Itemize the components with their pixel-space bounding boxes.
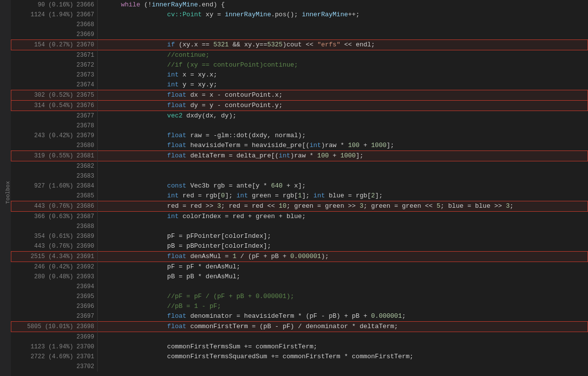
code-token: 0.000001 [291,253,321,260]
coverage-cell [11,191,75,201]
coverage-cell [11,70,75,80]
code-token: cv::Point [167,11,202,18]
code-cell [98,222,588,231]
code-token: int [167,192,179,199]
linenum-cell: 23673 [75,70,98,80]
coverage-cell [11,362,75,372]
table-row: 23695 //pF = pF / (pF + pB + 0.000001); [11,292,588,301]
coverage-cell [11,301,75,311]
code-token: //if (xy == contourPoint)continue; [167,61,298,69]
linenum-cell: 23670 [75,40,98,50]
code-token: int [279,152,290,159]
linenum-cell: 23700 [75,342,98,352]
code-token: while [121,1,140,8]
code-token: vec2 [167,112,183,119]
code-token: float [167,91,186,99]
code-token: + x]; [283,182,306,189]
code-cell: float dx = x - contourPoint.x; [98,90,588,101]
code-token: dy = y - contourPoint.y; [186,102,283,109]
table-row: 23682 [11,161,588,172]
table-row: 443 (0.76%)23690 pB = pBPointer[colorInd… [11,241,588,252]
code-token: denominator = heavisideTerm * (pF - pB) … [186,312,371,320]
linenum-cell: 23684 [75,181,98,191]
code-token: )cout << [283,41,317,48]
linenum-cell: 23678 [75,121,98,131]
coverage-cell: 443 (0.76%) [11,201,75,212]
coverage-cell [11,20,75,30]
code-token: ; green = green << [364,202,437,210]
code-token: commonFirstTermsSum += commonFirstTerm; [167,343,317,350]
linenum-cell: 23666 [75,0,98,10]
linenum-cell: 23689 [75,231,98,241]
coverage-cell [11,60,75,70]
code-cell: cv::Point xy = innerRayMine.pos(); inner… [98,10,588,20]
code-cell: pF = pF * denAsMul; [98,262,588,272]
code-cell: float deltaTerm = delta_pre[(int)raw * 1… [98,151,588,161]
code-token [106,142,167,149]
code-token: float [167,253,186,260]
code-cell [98,171,588,181]
code-token: int [167,81,179,88]
table-row: 280 (0.48%)23693 pB = pB * denAsMul; [11,272,588,282]
code-token: 0.000001 [371,312,402,320]
code-token: / (pF + pB + [236,253,290,260]
linenum-cell: 23686 [75,201,98,212]
code-cell: red = red >> 3; red = red << 10; green =… [98,201,588,212]
code-token [106,1,121,8]
coverage-cell: 302 (0.52%) [11,90,75,101]
code-token: 100 [317,152,329,159]
code-token: 3 [217,202,221,210]
code-token [106,192,167,199]
code-token: ]; [356,152,364,159]
linenum-cell: 23671 [75,50,98,61]
code-token: //continue; [167,51,210,59]
linenum-cell: 23698 [75,322,98,332]
code-token [106,11,167,18]
code-token: //pF = pF / (pF + pB + 0.000001); [167,293,294,300]
table-row: 2515 (4.34%)23691 float denAsMul = 1 / (… [11,252,588,262]
code-token [106,112,167,119]
code-token: commonFirstTerm = (pB - pF) / denominato… [186,323,398,330]
linenum-cell: 23675 [75,90,98,101]
code-token [106,353,167,360]
code-token [106,242,167,250]
code-cell: float raw = -glm::dot(dxdy, normal); [98,131,588,141]
code-token [106,293,167,300]
code-token: ; [510,202,514,210]
table-row: 23697 float denominator = heavisideTerm … [11,311,588,322]
coverage-cell [11,30,75,40]
coverage-cell: 1123 (1.94%) [11,342,75,352]
code-cell: //pB = 1 - pF; [98,301,588,311]
code-cell [98,362,588,372]
code-token [106,263,167,270]
linenum-cell: 23687 [75,212,98,222]
code-cell: pB = pB * denAsMul; [98,272,588,282]
table-row: 246 (0.42%)23692 pF = pF * denAsMul; [11,262,588,272]
code-token [106,202,167,210]
linenum-cell: 23696 [75,301,98,311]
table-row: 23671 //continue; [11,50,588,61]
code-token: 1 [298,192,302,199]
coverage-cell: 5805 (10.01%) [11,322,75,332]
coverage-cell [11,80,75,90]
linenum-cell: 23667 [75,10,98,20]
code-cell: float denAsMul = 1 / (pF + pB + 0.000001… [98,252,588,262]
code-cell: float denominator = heavisideTerm * (pF … [98,311,588,322]
table-row: 23672 //if (xy == contourPoint)continue; [11,60,588,70]
coverage-cell [11,311,75,322]
code-token: pB = pBPointer[colorIndex]; [167,242,271,250]
code-token: 640 [271,182,282,189]
table-row: 23694 [11,282,588,292]
code-token [106,302,167,310]
coverage-cell: 2515 (4.34%) [11,252,75,262]
code-token: )raw * [290,152,317,159]
code-token: colorIndex = red + green + blue; [179,213,305,220]
table-row: 1124 (1.94%)23667 cv::Point xy = innerRa… [11,10,588,20]
table-row: 23674 int y = xy.y; [11,80,588,90]
code-token [106,81,167,88]
code-token: red = red >> [167,202,217,210]
code-token: ]; [387,142,395,149]
linenum-cell: 23680 [75,141,98,151]
code-token: pF = pFPointer[colorIndex]; [167,232,271,240]
linenum-cell: 23688 [75,222,98,231]
